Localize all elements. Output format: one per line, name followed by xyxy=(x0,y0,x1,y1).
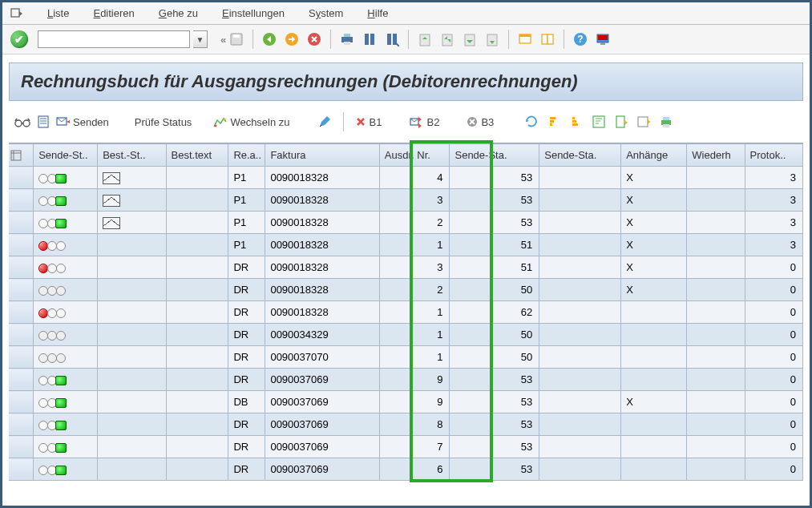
col-header-0[interactable]: Sende-St.. xyxy=(34,144,98,167)
protok-cell: 3 xyxy=(745,189,802,212)
cancel-icon[interactable] xyxy=(305,30,324,49)
sende-sta-1-cell: 53 xyxy=(450,413,539,436)
row-selector[interactable] xyxy=(9,189,34,212)
ausdr-nr-cell: 1 xyxy=(379,346,450,369)
next-page-icon[interactable] xyxy=(460,30,479,49)
row-selector[interactable] xyxy=(9,167,34,189)
row-selector[interactable] xyxy=(9,436,34,458)
table-row[interactable]: DR00900370697530 xyxy=(9,436,803,458)
back-chevrons-icon[interactable]: « xyxy=(220,34,224,46)
pruefe-status-button[interactable]: Prüfe Status xyxy=(135,116,192,128)
table-row[interactable]: DR0090018328351X0 xyxy=(9,256,803,279)
first-page-icon[interactable] xyxy=(415,30,434,49)
traffic-light-green-icon xyxy=(38,196,67,206)
row-selector[interactable] xyxy=(9,324,34,346)
table-row[interactable]: DR00900370699530 xyxy=(9,369,803,391)
table-row[interactable]: DR00900370696530 xyxy=(9,458,803,481)
sende-sta-1-cell: 53 xyxy=(450,167,539,189)
row-selector[interactable] xyxy=(9,212,34,234)
new-session-icon[interactable] xyxy=(515,30,535,49)
command-field[interactable] xyxy=(38,30,190,48)
sort-desc-icon[interactable] xyxy=(569,115,584,129)
row-selector[interactable] xyxy=(9,301,34,324)
col-header-4[interactable]: Faktura xyxy=(265,144,379,167)
wechseln-zu-button[interactable]: Wechseln zu xyxy=(212,115,289,128)
last-page-icon[interactable] xyxy=(483,30,502,49)
col-header-3[interactable]: Re.a.. xyxy=(228,144,265,167)
enter-icon[interactable]: ✔ xyxy=(10,30,28,48)
table-row[interactable]: DR0090018328250X0 xyxy=(9,279,803,301)
refresh-icon[interactable] xyxy=(524,115,539,129)
row-selector[interactable] xyxy=(9,413,34,436)
row-selector[interactable] xyxy=(9,391,34,413)
command-dropdown-icon[interactable]: ▼ xyxy=(193,30,208,48)
col-header-2[interactable]: Best.text xyxy=(166,144,228,167)
faktura-cell: 0090018328 xyxy=(265,279,379,301)
help-icon[interactable]: ? xyxy=(571,30,590,49)
select-all-header[interactable] xyxy=(9,144,34,167)
b2-button[interactable]: B2 xyxy=(409,115,439,128)
menu-editieren[interactable]: Editieren xyxy=(93,7,134,19)
table-row[interactable]: P10090018328353X3 xyxy=(9,189,803,212)
print-list-icon[interactable] xyxy=(659,115,673,129)
find-next-icon[interactable] xyxy=(382,30,402,49)
col-header-1[interactable]: Best.-St.. xyxy=(98,144,166,167)
table-row[interactable]: DR00900183281620 xyxy=(9,301,803,324)
col-header-7[interactable]: Sende-Sta. xyxy=(539,144,621,167)
col-header-6[interactable]: Sende-Sta. xyxy=(450,144,539,167)
menu-system[interactable]: System xyxy=(309,7,343,19)
senden-button[interactable]: Senden xyxy=(55,115,109,128)
row-selector[interactable] xyxy=(9,346,34,369)
table-row[interactable]: DR00900343291500 xyxy=(9,324,803,346)
local-layout-icon[interactable] xyxy=(593,30,612,49)
row-selector[interactable] xyxy=(9,369,34,391)
details-icon[interactable] xyxy=(36,115,50,129)
back-icon[interactable] xyxy=(260,30,279,49)
faktura-cell: 0090034329 xyxy=(265,324,379,346)
exit-icon[interactable] xyxy=(282,30,301,49)
print-icon[interactable] xyxy=(337,30,357,49)
menu-einstellungen[interactable]: Einstellungen xyxy=(222,7,285,19)
col-header-8[interactable]: Anhänge xyxy=(621,144,687,167)
menu-gehe zu[interactable]: Gehe zu xyxy=(159,7,198,19)
menu-hilfe[interactable]: Hilfe xyxy=(367,7,388,19)
table-row[interactable]: P10090018328151X3 xyxy=(9,234,803,256)
sort-asc-icon[interactable] xyxy=(547,115,561,129)
sende-status-cell xyxy=(34,256,98,279)
sende-sta-2-cell xyxy=(539,391,621,413)
row-selector[interactable] xyxy=(9,256,34,279)
row-selector[interactable] xyxy=(9,458,34,481)
export-icon[interactable] xyxy=(614,115,628,129)
best-status-cell xyxy=(98,256,166,279)
faktura-cell: 0090037069 xyxy=(265,436,379,458)
table-row[interactable]: DR00900370701500 xyxy=(9,346,803,369)
traffic-light-green-icon xyxy=(38,219,67,228)
rea-cell: DR xyxy=(228,256,265,279)
wiederh-cell xyxy=(687,301,745,324)
save-icon[interactable] xyxy=(227,30,246,49)
col-header-5[interactable]: Ausdr. Nr. xyxy=(379,144,450,167)
layout-mgmt-icon[interactable] xyxy=(636,115,651,129)
table-row[interactable]: DB0090037069953X0 xyxy=(9,391,803,413)
glasses-icon[interactable] xyxy=(14,115,31,128)
window-menu-icon[interactable] xyxy=(10,8,23,19)
ausdr-nr-cell: 6 xyxy=(379,458,450,481)
prev-page-icon[interactable] xyxy=(438,30,457,49)
protok-cell: 0 xyxy=(745,256,802,279)
col-header-9[interactable]: Wiederh xyxy=(687,144,745,167)
menu-liste[interactable]: Liste xyxy=(47,7,69,19)
wiederh-cell xyxy=(687,212,745,234)
find-icon[interactable] xyxy=(360,30,379,49)
col-header-10[interactable]: Protok.. xyxy=(745,144,802,167)
b3-button[interactable]: B3 xyxy=(467,116,494,128)
edit-icon[interactable] xyxy=(317,115,332,129)
row-selector[interactable] xyxy=(9,279,34,301)
table-row[interactable]: P10090018328253X3 xyxy=(9,212,803,234)
layout-icon[interactable] xyxy=(538,30,557,49)
table-row[interactable]: DR00900370698530 xyxy=(9,413,803,436)
b1-button[interactable]: B1 xyxy=(355,116,382,128)
ausdr-nr-cell: 9 xyxy=(379,369,450,391)
table-row[interactable]: P10090018328453X3 xyxy=(9,167,803,189)
filter-icon[interactable] xyxy=(592,115,606,129)
row-selector[interactable] xyxy=(9,234,34,256)
